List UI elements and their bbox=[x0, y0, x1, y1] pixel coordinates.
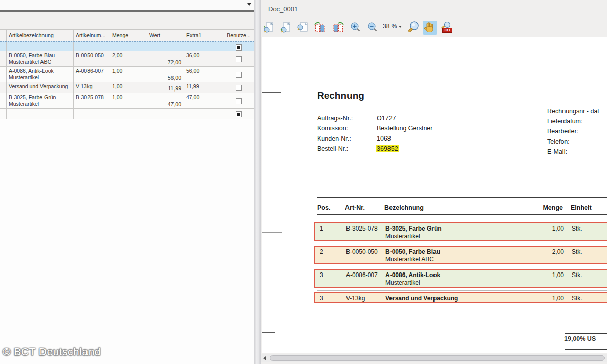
item-artnr: B-0050-050 bbox=[346, 248, 378, 255]
checkbox-indeterminate[interactable] bbox=[236, 111, 242, 117]
field-label: Auftrags-Nr.: bbox=[317, 115, 353, 122]
summary-rule bbox=[565, 349, 607, 350]
row-separator bbox=[317, 305, 607, 305]
row-indicator bbox=[0, 42, 7, 51]
item-pos: 2 bbox=[320, 248, 323, 255]
cell-extra1: 47,00 bbox=[184, 93, 221, 108]
table-row[interactable]: A-0086, Antik-Look Musterartikel A-0086-… bbox=[0, 67, 254, 82]
cell-wert: 72,00 bbox=[168, 59, 181, 65]
item-bezeichnung-line2: Musterartikel ABC bbox=[385, 256, 434, 263]
recognized-line-item[interactable]: 2 B-0050-050 B-0050, Farbe Blau Musterar… bbox=[314, 246, 607, 264]
field-label: Lieferdatum: bbox=[547, 118, 582, 125]
col-header-artikelbezeichnung[interactable]: Artikelbezeichnung bbox=[7, 30, 74, 41]
item-menge: 1,00 bbox=[527, 225, 564, 232]
cell-bezeichnung-line2: Musterartikel bbox=[9, 101, 39, 107]
item-pos: 3 bbox=[320, 271, 323, 279]
field-label: Komission: bbox=[317, 125, 348, 132]
text-search-icon[interactable]: TXT bbox=[440, 21, 454, 35]
checkbox-unchecked[interactable] bbox=[236, 72, 242, 78]
document-page[interactable]: Rechnung Auftrags-Nr.: O1727 Komission: … bbox=[262, 37, 607, 353]
recognized-line-item[interactable]: 1 B-3025-078 B-3025, Farbe Grün Musterar… bbox=[314, 222, 607, 241]
field-label: E-Mail: bbox=[547, 148, 567, 155]
table-row[interactable]: Versand und Verpackung V-13kg 1,00 11,99… bbox=[0, 82, 254, 93]
col-header-wert[interactable]: Wert bbox=[147, 30, 184, 41]
col-header-extra1[interactable]: Extra1 bbox=[184, 30, 221, 41]
cell-bezeichnung: Versand und Verpackung bbox=[9, 83, 68, 89]
invoice-title: Rechnung bbox=[317, 90, 364, 101]
cell-menge: 2,00 bbox=[110, 51, 147, 66]
zoom-dropdown-caret[interactable] bbox=[399, 26, 402, 28]
checkbox-indeterminate[interactable] bbox=[236, 44, 242, 51]
table-rule bbox=[317, 214, 607, 215]
field-label: Kunden-Nr.: bbox=[317, 135, 351, 142]
cell-extra1: 36,00 bbox=[184, 51, 221, 66]
recognized-line-item[interactable]: 3 V-13kg Versand und Verpackung 1,00 Stk… bbox=[314, 292, 607, 303]
invoice-col-einheit: Einheit bbox=[571, 204, 592, 211]
panel-splitter[interactable] bbox=[254, 0, 261, 364]
field-value: O1727 bbox=[377, 115, 396, 122]
rotate-right-icon[interactable] bbox=[331, 21, 345, 35]
table-rule bbox=[317, 197, 607, 198]
field-value-highlighted: 369852 bbox=[376, 145, 399, 152]
invoice-col-artnr: Art-Nr. bbox=[345, 204, 365, 211]
fold-mark bbox=[262, 92, 281, 93]
cell-wert: 56,00 bbox=[168, 75, 181, 81]
table-row[interactable]: B-0050, Farbe Blau Musterartikel ABC B-0… bbox=[0, 51, 254, 67]
item-einheit: Stk. bbox=[572, 225, 582, 232]
grid-top-strip bbox=[0, 0, 254, 10]
recognized-line-item[interactable]: 3 A-0086-007 A-0086, Antik-Look Musterar… bbox=[314, 269, 607, 288]
cell-wert: 47,00 bbox=[168, 101, 181, 107]
col-header-artikelnummer[interactable]: Artikelnum... bbox=[74, 30, 110, 41]
checkbox-unchecked[interactable] bbox=[236, 85, 242, 91]
row-separator bbox=[317, 267, 607, 267]
invoice-col-pos: Pos. bbox=[317, 204, 330, 211]
col-header-benutzerdefiniert[interactable]: Benutze... bbox=[221, 30, 254, 41]
checkbox-unchecked[interactable] bbox=[236, 98, 242, 104]
field-label: Telefon: bbox=[547, 138, 570, 145]
item-grid-panel: elle Übersicht zu gestalten. Artikelbeze… bbox=[0, 0, 254, 364]
fold-mark bbox=[262, 232, 282, 233]
rotate-left-icon[interactable] bbox=[313, 21, 327, 35]
field-value: 1068 bbox=[377, 135, 391, 142]
zoom-in-icon[interactable] bbox=[349, 21, 363, 35]
table-row[interactable]: B-3025, Farbe Grün Musterartikel B-3025-… bbox=[0, 93, 254, 109]
horizontal-scrollbar[interactable] bbox=[261, 354, 607, 362]
cell-artikelnummer: B-0050-050 bbox=[74, 51, 110, 66]
item-bezeichnung: Versand und Verpackung bbox=[385, 295, 458, 302]
zoom-level-value: 38 % bbox=[383, 23, 397, 30]
item-einheit: Stk. bbox=[572, 295, 582, 302]
cell-wert: 11,99 bbox=[168, 85, 182, 92]
cell-artikelnummer: V-13kg bbox=[74, 82, 110, 93]
fit-height-icon[interactable] bbox=[296, 21, 310, 35]
field-value: Bestellung Gerstner bbox=[377, 125, 432, 132]
col-header-menge[interactable]: Menge bbox=[110, 30, 147, 41]
zoom-out-icon[interactable] bbox=[366, 21, 380, 35]
fit-page-icon[interactable] bbox=[262, 21, 276, 35]
item-menge: 1,00 bbox=[527, 295, 564, 302]
item-pos: 1 bbox=[320, 225, 323, 232]
item-bezeichnung: B-0050, Farbe Blau bbox=[385, 248, 440, 255]
cell-menge: 1,00 bbox=[110, 67, 147, 82]
item-einheit: Stk. bbox=[572, 248, 582, 255]
fit-width-icon[interactable] bbox=[279, 21, 293, 35]
grid-new-row[interactable] bbox=[0, 109, 254, 119]
item-artnr: A-0086-007 bbox=[346, 271, 378, 279]
field-label: Rechnungsnr - dat bbox=[547, 108, 599, 115]
hand-tool-icon[interactable] bbox=[423, 21, 437, 35]
cell-bezeichnung: B-0050, Farbe Blau bbox=[9, 52, 55, 58]
grid-selected-row[interactable] bbox=[0, 41, 254, 51]
summary-rule bbox=[565, 333, 607, 334]
cell-artikelnummer: A-0086-007 bbox=[74, 67, 110, 82]
item-bezeichnung-line2: Musterartikel bbox=[385, 233, 420, 240]
row-separator bbox=[317, 290, 607, 291]
panel-dropdown-icon[interactable] bbox=[247, 3, 251, 6]
scrollbar-thumb[interactable] bbox=[270, 355, 605, 361]
zoom-level-select[interactable]: 38 % bbox=[383, 23, 402, 30]
scroll-left-icon[interactable] bbox=[263, 356, 266, 360]
cell-extra1: 56,00 bbox=[184, 67, 221, 82]
txt-badge: TXT bbox=[442, 28, 452, 33]
loupe-icon[interactable] bbox=[407, 21, 421, 35]
item-menge: 2,00 bbox=[527, 248, 564, 255]
checkbox-unchecked[interactable] bbox=[236, 56, 242, 62]
cell-bezeichnung-line2: Musterartikel bbox=[9, 74, 39, 80]
